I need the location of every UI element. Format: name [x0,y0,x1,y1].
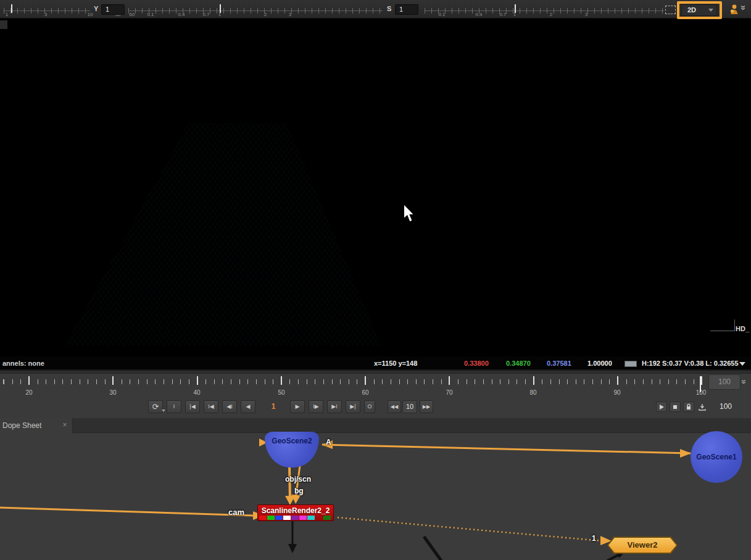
tick-label: 90 [613,389,620,396]
node-viewer2[interactable]: Viewer2 [607,537,678,554]
tick-label: 0.4 [178,12,185,17]
range-end-marker[interactable] [700,376,701,392]
pixel-coords-readout: x=1150 y=148 [374,360,417,367]
timeline-range-groove[interactable] [0,371,751,374]
flipbook-render-icon[interactable] [697,401,708,412]
set-in-button[interactable]: I [167,400,181,413]
node-geoscene1[interactable]: GeoScene1 [691,431,742,483]
green-value-readout: 0.34870 [506,360,531,367]
loop-mode-button[interactable]: ⟳ [148,400,163,413]
format-boundary-line [734,319,735,331]
tick-label: 1 [513,12,516,17]
channel-chip [323,516,331,520]
alpha-value-readout: 1.00000 [587,360,612,367]
gamma-slider[interactable]: 0.10.40.7123 [128,2,383,19]
tick-label: 60 [362,389,368,396]
tick-label: 70 [446,389,452,396]
sampled-color-swatch [624,361,637,367]
tick-label: 0.1 [147,12,154,17]
rendered-metal-walkway-image [0,19,751,356]
gain-label: Y [94,5,98,12]
tick-label: 0.7 [499,12,506,17]
hsvl-readout: H:192 S:0.37 V:0.38 L: 0.32655 [642,360,739,367]
ruler-labels: 2030405060708090100 [0,389,707,397]
play-backward-button[interactable]: ◀ [241,400,255,413]
tick-label: 3 [44,12,47,17]
node-graph-panel[interactable]: Dope Sheet × GeoScene2 GeoScene1 [0,418,751,560]
fps-field[interactable]: 100 [711,400,741,413]
frame-increment-field[interactable]: 10 [402,400,417,413]
viewer-canvas[interactable]: HD_ [0,19,751,356]
node-label: ScanlineRender2_2 [258,506,333,515]
tick-label: 100 [696,389,707,396]
edge-label-bg: bg [294,487,304,495]
tick-label: 30 [109,389,116,396]
goto-last-frame-button[interactable]: ▶| [346,400,360,413]
node-label: GeoScene1 [696,453,736,461]
channels-readout: annels: none [2,360,44,367]
gain-slider-labels: 13103060 [4,12,90,18]
prev-keyframe-button[interactable]: I◀ [204,400,218,413]
playback-viewer-icon[interactable] [656,401,667,412]
lock-range-icon[interactable] [683,401,694,412]
format-boundary-line [710,331,734,331]
edge-label-viewer-input-1: 1 [592,534,596,543]
tick-label: 40 [193,389,200,396]
view-mode-dropdown[interactable]: 2D [681,4,717,16]
ruler-major-ticks [0,376,707,385]
channel-chips [259,516,331,520]
tick-label: 80 [529,389,536,396]
channel-chip [307,516,315,520]
chevron-down-icon [708,9,713,12]
play-forward-button[interactable]: ▶ [290,400,305,413]
blue-value-readout: 0.37581 [547,360,571,367]
range-end-field[interactable]: 100 [708,374,741,390]
current-frame-field[interactable]: 1 [263,400,284,413]
chevron-down-icon[interactable] [739,362,745,366]
input-process-icon[interactable] [729,4,739,17]
skip-forward-button[interactable]: ▶▶ [420,400,433,413]
tick-label: 0.4 [475,12,482,17]
expand-chevrons-icon[interactable]: » [739,379,749,384]
tick-label: 2 [264,12,267,17]
tick-label: 2 [550,12,552,17]
channel-chip [267,516,275,520]
node-label: GeoScene2 [272,437,312,445]
channel-chip [259,516,267,520]
red-value-readout: 0.33800 [464,360,489,367]
tick-label: 1 [218,12,221,17]
saturation-label: S [387,5,391,12]
channel-chip [283,516,291,520]
channel-chip [275,516,283,520]
step-back-button[interactable]: ◀I [222,400,237,413]
view-mode-value: 2D [687,6,696,14]
expand-chevrons-icon[interactable]: » [739,5,749,10]
edge-label-a: A [326,438,331,447]
timeline-panel: 2030405060708090100 100 » ⟳ I |◀ I◀ ◀I ◀… [0,371,751,418]
saturation-value-field[interactable]: 1 [395,4,418,15]
node-scanlinerender2-2[interactable]: ScanlineRender2_2 [257,504,334,521]
tick-label: 3 [585,12,587,17]
skip-back-button[interactable]: ◀◀ [388,400,401,413]
roi-icon[interactable] [665,6,676,14]
gain-slider[interactable]: 13103060 [4,2,90,19]
tick-label: 20 [25,389,32,396]
stop-icon[interactable] [670,401,681,412]
goto-first-frame-button[interactable]: |◀ [185,400,200,413]
gamma-slider-labels: 0.10.40.7123 [128,12,383,18]
next-keyframe-button[interactable]: ▶I [327,400,342,413]
saturation-slider[interactable]: 0.10.40.7123 [425,2,664,19]
tick-label: 10 [88,12,93,17]
tick-label: 0.7 [202,12,209,17]
channel-chip [291,516,299,520]
gain-value-field[interactable]: 1 [101,4,125,15]
step-forward-button[interactable]: I▶ [309,400,323,413]
set-out-button[interactable]: O [364,400,375,413]
chevron-down-icon [162,410,165,412]
saturation-slider-labels: 0.10.40.7123 [425,12,664,18]
tick-label: 1 [6,12,8,17]
edge-label-obj-scn: obj/scn [285,475,311,484]
node-label: Viewer2 [608,538,676,553]
viewer-toolbar: 13103060 Y 1 0.10.40.7123 S 1 0.10.40.71… [0,0,751,19]
frame-ruler[interactable]: 2030405060708090100 [0,376,707,398]
